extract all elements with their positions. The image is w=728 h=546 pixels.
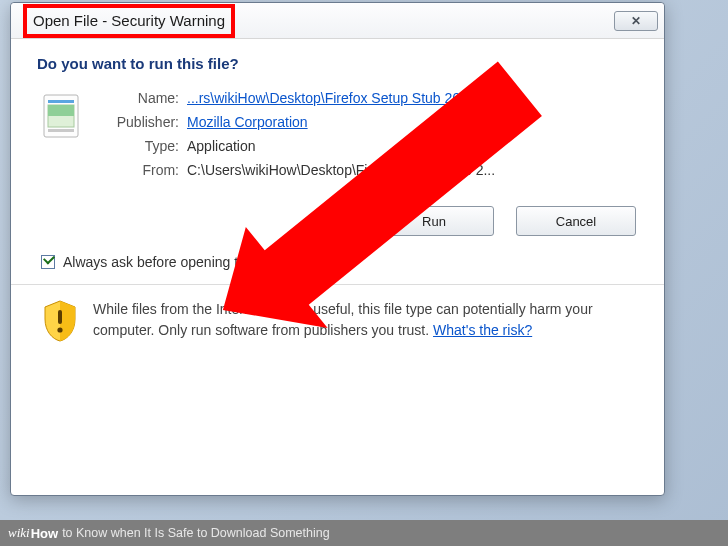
titlebar: Open File - Security Warning ✕ <box>11 3 664 39</box>
whats-the-risk-link[interactable]: What's the risk? <box>433 322 532 338</box>
always-ask-row[interactable]: Always ask before opening this file <box>41 254 638 270</box>
caption-wiki: wiki <box>8 525 30 541</box>
warning-text: While files from the Internet can be use… <box>93 299 613 341</box>
publisher-value[interactable]: Mozilla Corporation <box>187 114 498 130</box>
prompt-heading: Do you want to run this file? <box>37 55 638 72</box>
from-value: C:\Users\wikiHow\Desktop\Firefox Setup S… <box>187 162 498 178</box>
dialog-body: Do you want to run this file? Name: ...r… <box>11 39 664 495</box>
svg-rect-4 <box>48 129 74 132</box>
caption-article: to Know when It Is Safe to Download Some… <box>62 526 330 540</box>
from-label: From: <box>93 162 179 178</box>
run-button[interactable]: Run <box>374 206 494 236</box>
always-ask-checkbox[interactable] <box>41 255 55 269</box>
svg-rect-1 <box>48 100 74 103</box>
window-title: Open File - Security Warning <box>23 4 235 38</box>
button-row: Run Cancel <box>37 206 636 236</box>
file-info-row: Name: ...rs\wikiHow\Desktop\Firefox Setu… <box>43 90 638 178</box>
cancel-button[interactable]: Cancel <box>516 206 636 236</box>
svg-rect-3 <box>48 105 74 116</box>
type-value: Application <box>187 138 498 154</box>
shield-warning-icon <box>41 299 79 343</box>
security-warning-dialog: Open File - Security Warning ✕ Do you wa… <box>10 2 665 496</box>
type-label: Type: <box>93 138 179 154</box>
name-label: Name: <box>93 90 179 106</box>
article-caption: wiki How to Know when It Is Safe to Down… <box>0 520 728 546</box>
divider <box>11 284 664 285</box>
svg-rect-5 <box>58 310 62 324</box>
name-value[interactable]: ...rs\wikiHow\Desktop\Firefox Setup Stub… <box>187 90 498 106</box>
file-info-table: Name: ...rs\wikiHow\Desktop\Firefox Setu… <box>93 90 498 178</box>
close-icon: ✕ <box>631 14 642 28</box>
close-button[interactable]: ✕ <box>614 11 658 31</box>
svg-point-6 <box>57 327 62 332</box>
warning-row: While files from the Internet can be use… <box>41 299 638 343</box>
always-ask-label: Always ask before opening this file <box>63 254 278 270</box>
publisher-label: Publisher: <box>93 114 179 130</box>
caption-how: How <box>31 526 58 541</box>
exe-file-icon <box>43 94 79 138</box>
